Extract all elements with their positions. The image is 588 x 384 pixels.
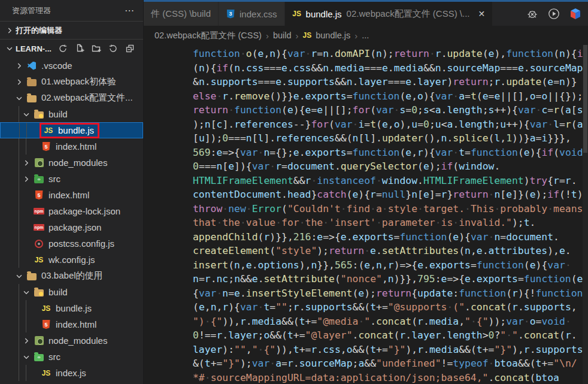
tree-item-package-lock.json[interactable]: npmpackage-lock.json bbox=[0, 203, 143, 219]
chevron-spacer bbox=[22, 191, 31, 200]
tree-item-03.babel的使用[interactable]: 03.babel的使用 bbox=[0, 268, 143, 284]
folder-src-open-icon: ‹› bbox=[34, 352, 44, 362]
code-line[interactable]: (e,n,r){var·t="";r.supports&&(t+="@suppo… bbox=[193, 300, 588, 315]
tree-item-label: node_modules bbox=[49, 335, 107, 346]
new-file-icon[interactable] bbox=[75, 44, 84, 53]
chevron-spacer bbox=[29, 126, 39, 135]
chevron-down-icon bbox=[22, 110, 31, 119]
tree-item-label: .vscode bbox=[41, 61, 72, 71]
tree-item-index.html[interactable]: 5index.html bbox=[0, 187, 143, 203]
npm-icon: npm bbox=[34, 206, 44, 217]
editor-actions bbox=[520, 2, 588, 26]
code-line[interactable]: return·function(e){e=e||[];for(var·s=0;s… bbox=[193, 103, 588, 117]
code-line[interactable]: throw·new·Error("Couldn't·find·a·style·t… bbox=[193, 202, 588, 216]
refresh-icon[interactable] bbox=[108, 44, 118, 53]
vscode-window: 资源管理器 ⋯ 打开的编辑器 LEARN-... .vscode01.webpa… bbox=[0, 0, 588, 384]
code-line[interactable]: n=r.nc;n&&e.setAttribute("nonce",n)}},79… bbox=[193, 272, 588, 286]
editor-group: 件 (CSS) \build3index.cssJSbundle.js02.we… bbox=[144, 0, 588, 384]
extension-cube-icon[interactable] bbox=[569, 7, 582, 20]
tree-item-01.webpack初体验[interactable]: 01.webpack初体验 bbox=[0, 74, 143, 90]
tab-label: index.css bbox=[240, 9, 277, 19]
tree-item-node_modules[interactable]: node_modules bbox=[0, 332, 143, 349]
run-icon[interactable] bbox=[547, 7, 560, 20]
new-folder-icon[interactable] bbox=[92, 44, 101, 53]
editor-scrollbar[interactable] bbox=[583, 45, 588, 384]
tab-bar: 件 (CSS) \build3index.cssJSbundle.js02.we… bbox=[144, 2, 588, 26]
tree-item-.vscode[interactable]: .vscode bbox=[0, 58, 143, 74]
code-line[interactable]: function·o(e,n){var·r=n.domAPI(n);return… bbox=[193, 47, 588, 61]
chevron-spacer bbox=[22, 239, 31, 249]
tree-item-build[interactable]: build bbox=[0, 284, 143, 300]
code-line[interactable]: &(t+="}");var·a=r.sourceMap;a&&"undefine… bbox=[193, 356, 588, 371]
sync-icon[interactable] bbox=[58, 44, 68, 53]
tree-item-build[interactable]: build bbox=[0, 106, 143, 122]
code-line[interactable]: 0!==r.layer;o&&(t+="@layer".concat(r.lay… bbox=[193, 328, 588, 343]
code-line[interactable]: ")·{")),r.media&&(t+="@media·".concat(r.… bbox=[193, 315, 588, 329]
open-editors-section[interactable]: 打开的编辑器 bbox=[0, 21, 143, 39]
explorer-sidebar: 资源管理器 ⋯ 打开的编辑器 LEARN-... .vscode01.webpa… bbox=[0, 0, 144, 384]
breadcrumb-item[interactable]: ... bbox=[362, 31, 369, 40]
scrollbar-thumb[interactable] bbox=[583, 45, 587, 153]
chevron-right-icon bbox=[22, 336, 31, 346]
tree-item-label: index.html bbox=[56, 319, 96, 329]
chevron-spacer bbox=[29, 320, 38, 329]
tree-item-02.webpack配置文件...[interactable]: 02.webpack配置文件... bbox=[0, 90, 143, 106]
code-line[interactable]: {var·n=e.insertStyleElement(e);return{up… bbox=[193, 286, 588, 301]
tree-item-label: bundle.js bbox=[58, 125, 94, 135]
breadcrumb-item[interactable]: 02.webpack配置文件 (CSS) bbox=[154, 30, 262, 41]
tree-item-index.js[interactable]: JSindex.js bbox=[0, 365, 143, 381]
tree-item-package.json[interactable]: npmpackage.json bbox=[0, 219, 143, 235]
code-line[interactable]: *#·sourceMappingURL=data:application/jso… bbox=[193, 371, 588, 384]
tree-item-label: 01.webpack初体验 bbox=[41, 76, 116, 87]
code-editor[interactable]: function·o(e,n){var·r=n.domAPI(n);return… bbox=[144, 45, 588, 384]
tree-item-label: 02.webpack配置文件... bbox=[41, 92, 133, 104]
tree-item-src[interactable]: ‹›src bbox=[0, 349, 143, 365]
breadcrumb-item[interactable]: build bbox=[273, 31, 292, 40]
tree-item-postcss.config.js[interactable]: postcss.config.js bbox=[0, 235, 143, 252]
more-actions-icon[interactable]: ⋯ bbox=[125, 5, 135, 16]
chevron-down-icon bbox=[22, 288, 31, 297]
code-line[interactable]: layer):"","·{")),t+=r.css,o&&(t+="}"),r.… bbox=[193, 343, 588, 357]
tree-item-label: node_modules bbox=[49, 158, 107, 168]
close-icon[interactable]: ✕ bbox=[478, 9, 486, 19]
code-line[interactable]: insert(n,e.options),n}},565:(e,n,r)=>{e.… bbox=[193, 258, 588, 273]
tab-index.css[interactable]: 3index.css bbox=[219, 2, 285, 26]
tree-item-label: wk.config.js bbox=[49, 255, 95, 265]
code-line[interactable]: );n[c].references--}for(var·i=t(e,o),u=0… bbox=[193, 117, 588, 132]
code-line[interactable]: (n){if(n.css===e.css&&n.media===e.media&… bbox=[193, 61, 588, 75]
node-icon bbox=[34, 335, 44, 346]
tree-item-bundle.js[interactable]: JSbundle.js bbox=[0, 300, 143, 316]
tree-item-bundle.js[interactable]: JSbundle.js bbox=[0, 122, 143, 138]
tab-件 (CSS) \build[interactable]: 件 (CSS) \build bbox=[144, 2, 219, 26]
breadcrumb-separator-icon: › bbox=[296, 31, 299, 41]
workspace-section-header[interactable]: LEARN-... bbox=[0, 39, 143, 58]
chevron-spacer bbox=[22, 223, 31, 232]
tree-item-wk.config.js[interactable]: JSwk.config.js bbox=[0, 252, 143, 268]
tree-item-node_modules[interactable]: node_modules bbox=[0, 155, 143, 171]
code-line[interactable]: appendChild(r)}},216:e=>{e.exports=funct… bbox=[193, 230, 588, 244]
js-icon: JS bbox=[292, 9, 302, 19]
code-line[interactable]: 0===n[e]){var·r=document.querySelector(e… bbox=[193, 159, 588, 174]
code-line[interactable]: HTMLIFrameElement&&r·instanceof·window.H… bbox=[193, 174, 588, 188]
js-icon: JS bbox=[41, 368, 51, 379]
chevron-spacer bbox=[22, 255, 31, 265]
tree-item-index.html[interactable]: 5index.html bbox=[0, 316, 143, 332]
code-line[interactable]: contentDocument.head}catch(e){r=null}n[e… bbox=[193, 188, 588, 202]
code-line[interactable]: else·r.remove()}}e.exports=function(e,o)… bbox=[193, 89, 588, 104]
tree-item-index.html[interactable]: 5index.html bbox=[0, 138, 143, 155]
code-line[interactable]: [u]);0===n[l].references&&(n[l].updater(… bbox=[193, 131, 588, 146]
tree-item-label: bundle.js bbox=[56, 303, 92, 313]
code-line[interactable]: 569:e=>{var·n={};e.exports=function(e,r)… bbox=[193, 146, 588, 160]
code-line[interactable]: &n.supports===e.supports&&n.layer===e.la… bbox=[193, 75, 588, 89]
code-line[interactable]: that·the·value·for·the·'insert'·paramete… bbox=[193, 216, 588, 230]
breadcrumb-separator-icon: › bbox=[266, 31, 269, 41]
tree-item-src[interactable]: ‹›src bbox=[0, 171, 143, 187]
code-line[interactable]: createElement("style");return·e.setAttri… bbox=[193, 244, 588, 258]
explorer-title: 资源管理器 bbox=[12, 5, 51, 16]
bug-x-icon[interactable] bbox=[526, 7, 539, 20]
collapse-all-icon[interactable] bbox=[125, 44, 135, 53]
breadcrumb-item[interactable]: JSbundle.js bbox=[303, 31, 351, 40]
tree-item-label: package.json bbox=[49, 222, 101, 232]
section-actions bbox=[58, 44, 141, 53]
tab-bundle.js[interactable]: JSbundle.js02.webpack配置文件 (CSS) \...✕ bbox=[285, 2, 493, 26]
